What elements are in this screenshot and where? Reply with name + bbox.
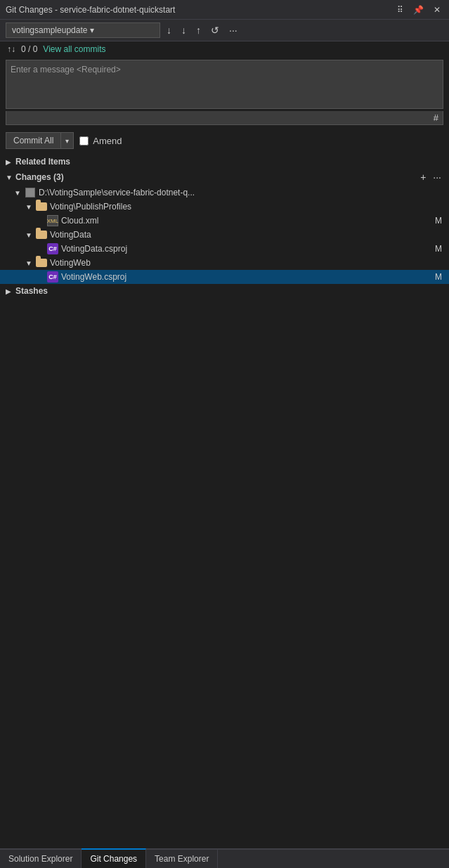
- list-item[interactable]: Voting\PublishProfiles: [0, 200, 449, 214]
- branch-name: votingsampleupdate: [12, 25, 87, 35]
- amend-label: Amend: [93, 136, 122, 146]
- stashes-title: Stashes: [15, 286, 48, 296]
- changes-title: Changes (3): [15, 172, 64, 182]
- refresh-button[interactable]: ↺: [207, 22, 223, 38]
- list-item[interactable]: VotingWeb: [0, 256, 449, 270]
- more-button[interactable]: ···: [226, 22, 241, 38]
- folder1-icon-img: [36, 202, 47, 211]
- folder2-icon: [35, 229, 48, 240]
- folder2-label: VotingData: [50, 230, 442, 240]
- folder3-icon-img: [36, 259, 47, 267]
- title-bar-icons: ⠿ 📌 ✕: [394, 4, 443, 16]
- commit-dropdown-button[interactable]: ▾: [61, 132, 74, 149]
- stashes-chevron-icon: [6, 287, 15, 295]
- pull-button[interactable]: ↓: [178, 22, 190, 38]
- push-button[interactable]: ↑: [193, 22, 204, 38]
- folder-icon: [35, 201, 48, 212]
- changes-section-actions: + ···: [418, 171, 443, 183]
- folder2-chevron-icon: [25, 231, 35, 239]
- csharp2-icon-img: C#: [47, 271, 58, 283]
- close-icon[interactable]: ✕: [431, 4, 443, 16]
- related-items-section[interactable]: Related Items: [0, 155, 449, 169]
- tab-git-changes-label: Git Changes: [90, 854, 137, 864]
- view-all-commits-link[interactable]: View all commits: [43, 44, 105, 54]
- commit-actions: Commit All ▾ Amend: [0, 128, 449, 153]
- amend-checkbox-label[interactable]: Amend: [79, 136, 122, 146]
- list-item[interactable]: C# VotingData.csproj M: [0, 242, 449, 256]
- xml-icon-img: XML: [47, 215, 58, 226]
- list-item[interactable]: C# VotingWeb.csproj M: [0, 270, 449, 284]
- csharp2-icon: C#: [46, 271, 59, 283]
- root-path-label: D:\VotingSample\service-fabric-dotnet-q.…: [39, 188, 449, 197]
- message-footer: #: [6, 111, 443, 125]
- folder1-chevron-icon: [25, 203, 35, 211]
- root-path-item[interactable]: D:\VotingSample\service-fabric-dotnet-q.…: [0, 186, 449, 200]
- changes-add-button[interactable]: +: [418, 171, 428, 183]
- changes-more-button[interactable]: ···: [431, 171, 443, 183]
- changes-chevron-icon: [6, 174, 15, 181]
- project-icon: [24, 187, 37, 198]
- hash-icon: #: [434, 112, 438, 123]
- list-item[interactable]: VotingData: [0, 228, 449, 242]
- root-chevron-icon: [14, 189, 24, 197]
- folder1-label: Voting\PublishProfiles: [50, 202, 442, 212]
- branch-bar: votingsampleupdate ▾ ↓ ↓ ↑ ↺ ···: [0, 20, 449, 41]
- votingweb-csproj-status: M: [435, 272, 449, 282]
- fetch-button[interactable]: ↓: [163, 22, 175, 38]
- message-area: #: [6, 60, 443, 125]
- csharp1-icon-img: C#: [47, 243, 58, 254]
- pin-icon[interactable]: 📌: [410, 4, 427, 16]
- branch-actions: ↓ ↓ ↑ ↺ ···: [163, 22, 241, 38]
- changes-section[interactable]: Changes (3) + ···: [0, 169, 449, 186]
- commit-all-button[interactable]: Commit All: [6, 132, 61, 149]
- tab-team-explorer[interactable]: Team Explorer: [146, 850, 218, 868]
- xml-file-icon: XML: [46, 215, 59, 226]
- tab-team-explorer-label: Team Explorer: [155, 854, 209, 864]
- tree-area: Related Items Changes (3) + ··· D:\Votin…: [0, 153, 449, 848]
- tab-solution-explorer-label: Solution Explorer: [8, 854, 72, 864]
- grip-icon[interactable]: ⠿: [394, 4, 406, 16]
- votingweb-csproj-label: VotingWeb.csproj: [61, 272, 435, 282]
- folder3-icon: [35, 257, 48, 268]
- votingdata-csproj-status: M: [435, 244, 449, 254]
- tab-solution-explorer[interactable]: Solution Explorer: [0, 850, 82, 868]
- related-items-chevron-icon: [6, 158, 15, 166]
- folder2-icon-img: [36, 231, 47, 239]
- commit-message-input[interactable]: [6, 60, 443, 109]
- commit-counter: ↑↓ 0 / 0 View all commits: [0, 41, 449, 57]
- list-item[interactable]: XML Cloud.xml M: [0, 214, 449, 228]
- csharp1-icon: C#: [46, 243, 59, 254]
- title-bar: Git Changes - service-fabric-dotnet-quic…: [0, 0, 449, 20]
- arrows-icon: ↑↓: [7, 44, 15, 54]
- folder3-chevron-icon: [25, 259, 35, 267]
- bottom-tabs: Solution Explorer Git Changes Team Explo…: [0, 848, 449, 868]
- commit-count: 0 / 0: [21, 44, 37, 54]
- cloud-xml-label: Cloud.xml: [61, 216, 435, 226]
- branch-dropdown[interactable]: votingsampleupdate ▾: [6, 22, 160, 38]
- amend-checkbox-input[interactable]: [79, 136, 89, 145]
- stashes-section[interactable]: Stashes: [0, 284, 449, 298]
- related-items-title: Related Items: [15, 157, 70, 167]
- dropdown-chevron-icon: ▾: [90, 25, 154, 35]
- project-icon-img: [25, 188, 35, 197]
- tab-git-changes[interactable]: Git Changes: [82, 848, 146, 868]
- votingdata-csproj-label: VotingData.csproj: [61, 244, 435, 254]
- cloud-xml-status: M: [435, 216, 449, 226]
- commit-all-button-group: Commit All ▾: [6, 132, 74, 149]
- folder3-label: VotingWeb: [50, 258, 442, 268]
- title-bar-text: Git Changes - service-fabric-dotnet-quic…: [6, 5, 394, 15]
